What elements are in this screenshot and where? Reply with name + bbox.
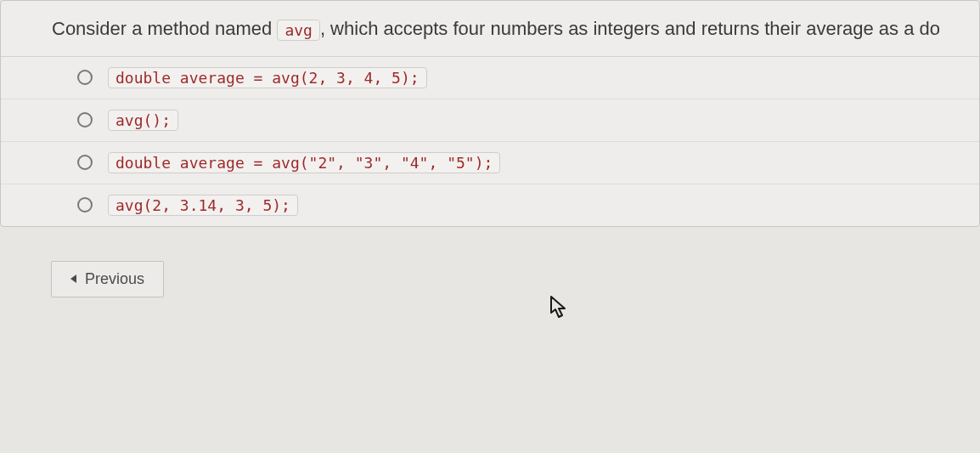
option-2[interactable]: double average = avg("2", "3", "4", "5")… (1, 142, 979, 184)
option-3[interactable]: avg(2, 3.14, 3, 5); (1, 184, 979, 226)
question-card: Consider a method named avg, which accep… (0, 0, 980, 227)
question-code-chip: avg (277, 20, 320, 41)
option-code: double average = avg(2, 3, 4, 5); (108, 67, 427, 88)
question-text: Consider a method named avg, which accep… (1, 1, 979, 57)
radio-icon[interactable] (77, 155, 93, 170)
triangle-left-icon (70, 275, 76, 283)
previous-label: Previous (85, 270, 144, 288)
options-list: double average = avg(2, 3, 4, 5); avg();… (1, 57, 979, 226)
cursor-icon (550, 296, 569, 320)
option-code: avg(2, 3.14, 3, 5); (108, 195, 298, 216)
option-0[interactable]: double average = avg(2, 3, 4, 5); (1, 57, 979, 99)
option-code: avg(); (108, 110, 178, 131)
previous-button[interactable]: Previous (51, 261, 164, 297)
nav-row: Previous (0, 261, 980, 297)
option-1[interactable]: avg(); (1, 99, 979, 142)
option-code: double average = avg("2", "3", "4", "5")… (108, 152, 500, 173)
question-suffix: , which accepts four numbers as integers… (320, 18, 940, 39)
radio-icon[interactable] (77, 70, 93, 85)
radio-icon[interactable] (77, 112, 93, 127)
question-prefix: Consider a method named (52, 18, 277, 39)
radio-icon[interactable] (77, 197, 93, 212)
